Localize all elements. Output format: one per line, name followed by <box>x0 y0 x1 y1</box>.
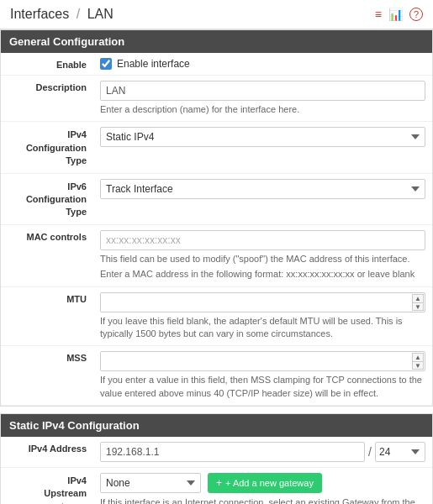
add-gateway-button[interactable]: + + Add a new gateway <box>208 473 322 493</box>
upstream-gateway-field: None + + Add a new gateway If this inter… <box>93 468 432 504</box>
ipv4-address-label: IPv4 Address <box>1 437 93 468</box>
static-ipv4-section: Static IPv4 Configuration IPv4 Address /… <box>0 413 433 504</box>
ipv4-address-field: / 24 8 16 25 26 27 28 29 30 32 <box>93 437 432 468</box>
ipv6-config-field: Track Interface None Static IPv6 DHCPv6 <box>93 173 432 224</box>
enable-label: Enable <box>1 53 93 76</box>
gateway-row: None + + Add a new gateway <box>100 473 425 493</box>
gateway-help1: If this interface is an Internet connect… <box>100 496 425 504</box>
mtu-label: MTU <box>1 286 93 346</box>
mss-help: If you enter a value in this field, then… <box>100 374 425 400</box>
mtu-spin-up[interactable]: ▲ <box>412 294 424 302</box>
general-section: General Configuration Enable Enable inte… <box>0 29 433 407</box>
mac-controls-label: MAC controls <box>1 224 93 286</box>
mtu-row: MTU ▲ ▼ If you leave this field blank, t… <box>1 286 432 346</box>
mtu-input[interactable] <box>100 292 425 312</box>
header-icons: ≡ 📊 ? <box>375 8 423 21</box>
ipv6-config-label: IPv6ConfigurationType <box>1 173 93 224</box>
static-ipv4-form-table: IPv4 Address / 24 8 16 25 26 27 28 29 <box>1 437 432 504</box>
mss-spinner: ▲ ▼ <box>412 351 424 371</box>
breadcrumb-separator: / <box>77 7 80 21</box>
description-input[interactable] <box>100 81 425 101</box>
gateway-select[interactable]: None <box>100 473 201 493</box>
upstream-gateway-row: IPv4Upstreamgateway None + + Add a new g… <box>1 468 432 504</box>
mac-controls-field: This field can be used to modify ("spoof… <box>93 224 432 286</box>
mac-help1: This field can be used to modify ("spoof… <box>100 253 425 265</box>
enable-field: Enable interface <box>93 53 432 76</box>
mss-label: MSS <box>1 346 93 406</box>
help-icon[interactable]: ? <box>409 8 423 21</box>
chart-icon[interactable]: 📊 <box>388 8 403 21</box>
ipv4-config-label: IPv4ConfigurationType <box>1 122 93 173</box>
enable-checkbox[interactable] <box>100 58 112 70</box>
mac-controls-input[interactable] <box>100 230 425 250</box>
mss-input-wrap: ▲ ▼ <box>100 351 425 371</box>
ipv6-config-select[interactable]: Track Interface None Static IPv6 DHCPv6 <box>100 179 425 199</box>
mac-controls-row: MAC controls This field can be used to m… <box>1 224 432 286</box>
ipv4-address-input[interactable] <box>100 442 365 462</box>
ipv4-slash: / <box>368 445 372 459</box>
ipv4-address-row: IPv4 Address / 24 8 16 25 26 27 28 29 <box>1 437 432 468</box>
page-header: Interfaces / LAN ≡ 📊 ? <box>0 0 433 29</box>
cidr-select[interactable]: 24 8 16 25 26 27 28 29 30 32 <box>375 442 425 462</box>
mss-spin-up[interactable]: ▲ <box>412 353 424 361</box>
ipv4-addr-row: / 24 8 16 25 26 27 28 29 30 32 <box>100 442 425 462</box>
mss-spin-down[interactable]: ▼ <box>412 361 424 370</box>
mtu-input-wrap: ▲ ▼ <box>100 292 425 312</box>
ipv4-config-field: Static IPv4 DHCP None <box>93 122 432 173</box>
description-row: Description Enter a description (name) f… <box>1 76 432 122</box>
ipv4-config-select[interactable]: Static IPv4 DHCP None <box>100 127 425 147</box>
static-ipv4-section-header: Static IPv4 Configuration <box>1 414 432 437</box>
enable-checkbox-label: Enable interface <box>117 58 190 70</box>
mtu-field: ▲ ▼ If you leave this field blank, the a… <box>93 286 432 346</box>
description-field: Enter a description (name) for the inter… <box>93 76 432 122</box>
mtu-spinner: ▲ ▼ <box>412 292 424 312</box>
mss-input[interactable] <box>100 351 425 371</box>
description-help: Enter a description (name) for the inter… <box>100 103 425 116</box>
breadcrumb-root[interactable]: Interfaces <box>10 7 69 21</box>
mtu-spin-down[interactable]: ▼ <box>412 302 424 311</box>
breadcrumb-current: LAN <box>87 7 114 21</box>
general-form-table: Enable Enable interface Description Ente… <box>1 53 432 406</box>
general-section-header: General Configuration <box>1 30 432 53</box>
enable-checkbox-row: Enable interface <box>100 58 425 70</box>
mac-help2: Enter a MAC address in the following for… <box>100 268 425 281</box>
mtu-help: If you leave this field blank, the adapt… <box>100 315 425 341</box>
description-label: Description <box>1 76 93 122</box>
ipv6-config-row: IPv6ConfigurationType Track Interface No… <box>1 173 432 224</box>
upstream-gateway-label: IPv4Upstreamgateway <box>1 468 93 504</box>
enable-row: Enable Enable interface <box>1 53 432 76</box>
breadcrumb: Interfaces / LAN <box>10 7 114 22</box>
ipv4-config-row: IPv4ConfigurationType Static IPv4 DHCP N… <box>1 122 432 173</box>
mss-field: ▲ ▼ If you enter a value in this field, … <box>93 346 432 406</box>
list-icon[interactable]: ≡ <box>375 8 382 21</box>
plus-icon: + <box>216 477 222 489</box>
mss-row: MSS ▲ ▼ If you enter a value in this fie… <box>1 346 432 406</box>
